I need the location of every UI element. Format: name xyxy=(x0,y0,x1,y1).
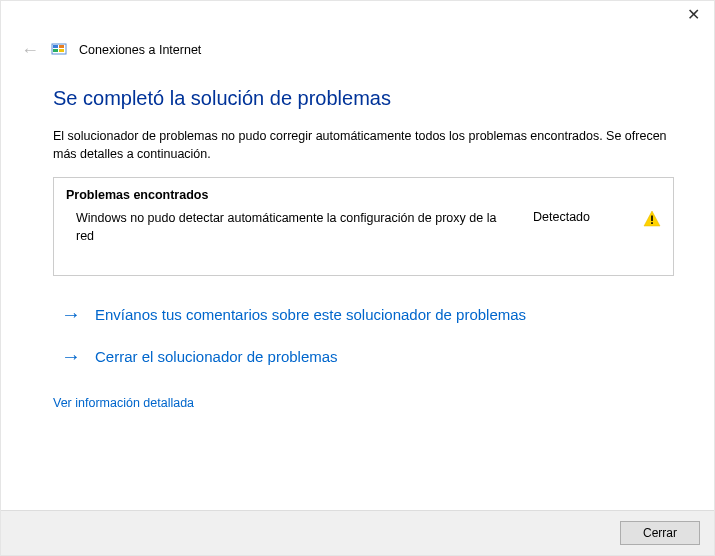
header-row: ← Conexiones a Internet xyxy=(1,41,714,59)
back-arrow-icon: ← xyxy=(21,41,39,59)
arrow-right-icon: → xyxy=(61,346,81,366)
feedback-link-label: Envíanos tus comentarios sobre este solu… xyxy=(95,306,526,323)
svg-rect-6 xyxy=(651,222,653,224)
problems-box: Problemas encontrados Windows no pudo de… xyxy=(53,177,674,276)
problem-text: Windows no pudo detectar automáticamente… xyxy=(76,210,533,245)
arrow-right-icon: → xyxy=(61,304,81,324)
feedback-link[interactable]: → Envíanos tus comentarios sobre este so… xyxy=(53,304,674,324)
content-area: Se completó la solución de problemas El … xyxy=(1,59,714,410)
warning-icon xyxy=(643,210,661,228)
problem-row: Windows no pudo detectar automáticamente… xyxy=(66,210,661,245)
svg-rect-2 xyxy=(59,45,64,48)
svg-rect-5 xyxy=(651,216,653,222)
close-troubleshooter-label: Cerrar el solucionador de problemas xyxy=(95,348,338,365)
close-troubleshooter-link[interactable]: → Cerrar el solucionador de problemas xyxy=(53,346,674,366)
svg-rect-1 xyxy=(53,45,58,48)
page-description: El solucionador de problemas no pudo cor… xyxy=(53,128,674,163)
troubleshooter-icon xyxy=(51,42,67,58)
footer: Cerrar xyxy=(1,510,714,555)
problems-header: Problemas encontrados xyxy=(66,188,661,202)
details-link[interactable]: Ver información detallada xyxy=(53,396,194,410)
svg-rect-3 xyxy=(53,49,58,52)
close-icon[interactable]: ✕ xyxy=(687,7,700,23)
problem-status: Detectado xyxy=(533,210,643,224)
titlebar: ✕ xyxy=(1,1,714,37)
page-heading: Se completó la solución de problemas xyxy=(53,87,674,110)
svg-rect-4 xyxy=(59,49,64,52)
close-button[interactable]: Cerrar xyxy=(620,521,700,545)
window-title: Conexiones a Internet xyxy=(79,43,201,57)
